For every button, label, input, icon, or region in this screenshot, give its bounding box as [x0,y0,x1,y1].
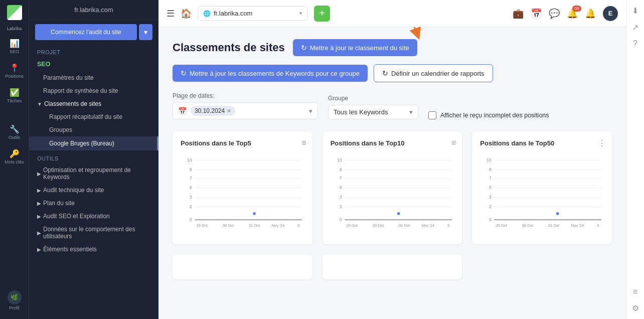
svg-text:31 Oct: 31 Oct [548,223,560,228]
date-chip-close[interactable]: ✕ [227,108,231,114]
update-keywords-button[interactable]: ↻ Mettre à jour les classements de Keywo… [173,65,368,82]
chart-top10-svg: 10 8 7 5 3 2 0 29 Oct 30 Oct 31 Oct Nov … [331,151,454,236]
svg-text:30 Oct: 30 Oct [223,223,234,228]
sidebar-item-profil[interactable]: 🌿 Profil [2,287,27,314]
svg-text:3: 3 [489,195,492,200]
svg-text:7: 7 [489,176,492,181]
date-picker[interactable]: 📅 30.10.2024 ✕ ▾ [173,102,318,119]
date-chevron-icon: ▾ [309,107,312,115]
chat-icon[interactable]: 💬 [549,8,560,19]
donnees-arrow: ▶ [37,230,41,236]
nav-item-rapport-recap[interactable]: Rapport récapitulatif du site [29,110,158,123]
calendar2-icon: ↻ [382,69,388,77]
audit-technique-arrow: ▶ [37,188,41,193]
svg-point-19 [253,212,256,215]
sidebar-item-positions[interactable]: 📍 Positions [2,60,27,82]
group-label: Groupe [328,95,418,102]
chart-top50: Positions dans le Top50 ⋮ 10 8 [472,131,612,244]
sidebar-item-taches[interactable]: ✅ Tâches [2,84,27,107]
add-button[interactable]: + [314,6,330,22]
group-filter-group: Groupe Tous les Keywords ▾ [328,95,418,119]
help-icon[interactable]: ? [633,39,637,48]
svg-point-39 [397,212,400,215]
briefcase-icon[interactable]: 💼 [513,8,524,19]
chart-top5-area: 10 8 7 5 3 2 0 29 Oct 30 Oct 31 Oct Nov … [181,151,304,236]
audit-dropdown-button[interactable]: ▾ [139,24,152,40]
outils-icon: 🔧 [10,124,20,134]
nav-item-elements[interactable]: ▶ Éléments essentiels [29,243,158,256]
incomplete-checkbox[interactable] [428,111,436,119]
chart-top10-menu-icon[interactable]: ≡ [451,138,456,147]
calendar-icon[interactable]: 📅 [531,8,542,19]
content-area: Classements de sites ↻ Mettre à jour le … [158,27,626,319]
page-title: Classements de sites [173,41,285,54]
update-btn-wrapper: ↻ Mettre à jour le classement du site [293,39,417,56]
user-avatar[interactable]: E [603,6,618,21]
list-icon[interactable]: ≡ [633,287,637,296]
url-text: fr.labrika.com [214,10,296,17]
notification-container[interactable]: 🔔 05 [567,8,578,19]
calendar-button[interactable]: ↻ Définir un calendrier de rapports [374,64,493,82]
nav-item-rapport-synthese[interactable]: Rapport de synthèse du site [29,84,158,97]
nav-item-donnees[interactable]: ▶ Données sur le comportement des utilis… [29,223,158,243]
audit-button[interactable]: Commencez l'audit du site [35,24,137,40]
refresh2-icon: ↻ [181,69,187,77]
settings-icon[interactable]: ⚙ [632,303,639,313]
home-icon[interactable]: 🏠 [181,8,192,19]
nav-item-audit-seo[interactable]: ▶ Audit SEO et Exploration [29,210,158,223]
url-bar[interactable]: 🌐 fr.labrika.com ▾ [198,6,308,21]
nav-item-parametres[interactable]: Paramètres du site [29,71,158,84]
svg-text:Nov '24: Nov '24 [571,223,584,228]
bell-icon[interactable]: 🔔 [585,8,596,19]
notification-badge: 05 [572,6,581,12]
sidebar-item-seo[interactable]: 📊 SEO [2,35,27,58]
profil-avatar: 🌿 [8,290,22,304]
hamburger-icon[interactable]: ☰ [167,8,175,19]
nav-item-groupes[interactable]: Groupes [29,123,158,136]
svg-point-59 [556,212,559,215]
topbar: ☰ 🏠 🌐 fr.labrika.com ▾ + 💼 📅 💬 🔔 05 🔔 E [158,0,626,27]
svg-text:29 Oct: 29 Oct [496,223,508,228]
share-icon[interactable]: ↗ [632,23,638,32]
classements-arrow: ▼ [37,101,42,107]
update-ranking-button[interactable]: ↻ Mettre à jour le classement du site [293,39,417,56]
nav-item-google-bruges[interactable]: Google Bruges (Bureau) [29,136,158,150]
page-header: Classements de sites ↻ Mettre à jour le … [173,39,612,56]
audit-btn-container: Commencez l'audit du site ▾ [29,20,158,44]
bottom-card-2 [323,254,462,279]
group-select[interactable]: Tous les Keywords ▾ [328,105,418,119]
nav-item-classements[interactable]: ▼ Classements de sites [29,97,158,110]
refresh-icon: ↻ [301,44,307,52]
svg-text:5: 5 [489,185,492,190]
sidebar-domain: fr.labrika.com [37,6,150,14]
right-panel: ⬇ ↗ ? ≡ ⚙ [626,0,644,319]
section-label-seo: SEO [29,57,158,71]
sidebar-item-mots-cles[interactable]: 🔑 Mots clés [2,145,27,168]
svg-text:31 Oct: 31 Oct [249,223,260,228]
nav-item-optimisation[interactable]: ▶ Optimisation et regroupement de Keywor… [29,164,158,184]
logo-mark [7,5,22,20]
svg-text:0: 0 [190,217,192,222]
svg-text:5: 5 [340,185,342,190]
chart-top5-menu-icon[interactable]: ≡ [301,138,306,147]
icon-sidebar: Labrika 📊 SEO 📍 Positions ✅ Tâches 🔧 Out… [0,0,29,319]
sidebar-item-outils[interactable]: 🔧 Outils [2,121,27,143]
svg-text:10: 10 [337,157,342,163]
incomplete-check-group: Afficher le reçu incomplet des positions [428,111,549,119]
svg-text:3: 3 [340,195,342,200]
section-label-projet: Projet [29,44,158,57]
main-area: ☰ 🏠 🌐 fr.labrika.com ▾ + 💼 📅 💬 🔔 05 🔔 E [158,0,626,319]
svg-text:7: 7 [340,176,342,181]
nav-item-plan-du-site[interactable]: ▶ Plan du site [29,197,158,210]
svg-text:Nov '24: Nov '24 [421,223,434,228]
nav-item-audit-technique[interactable]: ▶ Audit technique du site [29,184,158,197]
seo-icon: 📊 [10,39,20,48]
audit-seo-arrow: ▶ [37,214,41,219]
svg-text:2: 2 [190,204,192,209]
calendar3-icon: 📅 [178,107,187,115]
bottom-row [173,254,612,279]
chart-top50-menu-icon[interactable]: ⋮ [598,138,606,148]
date-filter-group: Plage de dates: 📅 30.10.2024 ✕ ▾ [173,92,318,119]
incomplete-label[interactable]: Afficher le reçu incomplet des positions [440,111,549,119]
download-icon[interactable]: ⬇ [632,6,638,16]
